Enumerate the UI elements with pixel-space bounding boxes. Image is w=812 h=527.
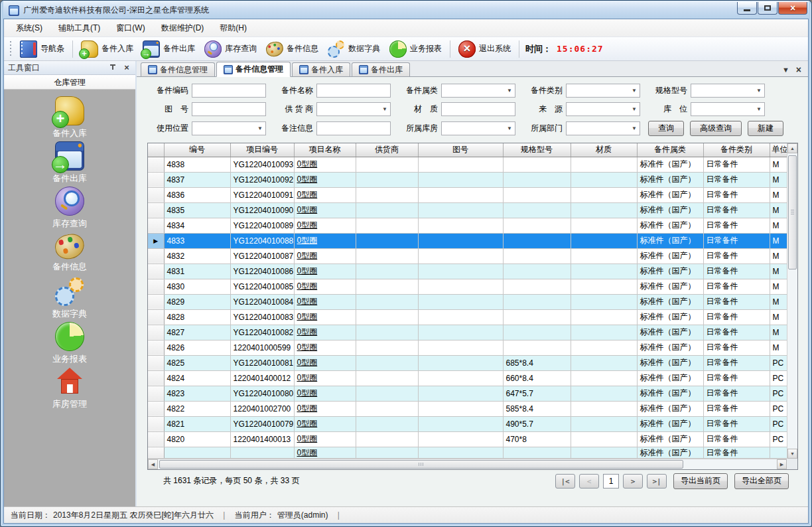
tab-备件信息管理[interactable]: 备件信息管理 [141, 62, 215, 76]
table-row[interactable]: 4837YG122040100920型圈标准件（国产）日常备件M [148, 172, 787, 187]
row-selector[interactable] [148, 248, 164, 264]
column-header[interactable]: 材质 [571, 143, 637, 157]
menu-item[interactable]: 窗口(W) [108, 20, 153, 37]
pin-icon[interactable] [109, 64, 117, 72]
sidebar-group-header[interactable]: 仓库管理 [4, 75, 135, 90]
menu-item[interactable]: 帮助(H) [212, 20, 255, 37]
horizontal-scrollbar[interactable]: ◀ ▶ [148, 459, 787, 469]
sidebar-item-parts-info[interactable]: 备件信息 [30, 232, 109, 277]
row-selector[interactable] [148, 431, 164, 447]
toolbar-button-data-dict[interactable]: 数据字典 [323, 38, 385, 60]
toolbar-button-exit[interactable]: 退出系统 [454, 38, 515, 60]
export-all-pages-button[interactable]: 导出全部页 [734, 473, 789, 489]
form-text-input[interactable] [192, 84, 266, 98]
table-row[interactable]: 4829YG122040100840型圈标准件（国产）日常备件M [148, 294, 787, 309]
query-button[interactable]: 查询 [648, 121, 684, 136]
form-text-input[interactable] [441, 102, 515, 116]
sidebar-item-parts-inbound[interactable]: 备件入库 [30, 96, 109, 141]
table-row[interactable]: 482412204014000120型圈660*8.4标准件（国产）日常备件PC [148, 370, 787, 386]
form-dropdown[interactable]: ▼ [192, 121, 266, 135]
scroll-down-icon[interactable]: ▼ [787, 449, 797, 459]
export-current-page-button[interactable]: 导出当前页 [673, 473, 728, 489]
vertical-scrollbar-thumb[interactable] [788, 155, 797, 269]
column-header[interactable]: 供货商 [356, 143, 418, 157]
row-selector[interactable] [148, 187, 164, 202]
row-selector[interactable] [148, 340, 164, 355]
table-row[interactable]: 482212204010027000型圈585*8.4标准件（国产）日常备件PC [148, 401, 787, 416]
menu-item[interactable]: 辅助工具(T) [50, 20, 108, 37]
page-number-input[interactable]: 1 [603, 474, 619, 489]
next-page-button[interactable]: > [623, 474, 643, 489]
toolbar-button-parts-inbound[interactable]: 备件入库 [76, 38, 138, 60]
column-header[interactable]: 备件属类 [637, 143, 703, 157]
tab-备件入库[interactable]: 备件入库 [292, 62, 350, 76]
tab-备件出库[interactable]: 备件出库 [352, 62, 410, 76]
form-dropdown[interactable]: ▼ [441, 121, 515, 135]
table-row[interactable]: ▶4833YG122040100880型圈标准件（国产）日常备件M [148, 233, 787, 248]
tool-window-close-icon[interactable]: × [122, 63, 131, 72]
form-dropdown[interactable]: ▼ [691, 102, 765, 116]
toolbar-grip[interactable] [9, 41, 13, 57]
row-selector[interactable] [148, 355, 164, 370]
first-page-button[interactable]: |< [555, 474, 575, 489]
table-row[interactable]: 482612204010005990型圈标准件（国产）日常备件M [148, 340, 787, 355]
row-selector[interactable] [148, 264, 164, 279]
prev-page-button[interactable]: < [579, 474, 599, 489]
table-row[interactable]: 4836YG122040100910型圈标准件（国产）日常备件M [148, 187, 787, 202]
toolbar-button-parts-info[interactable]: 备件信息 [261, 38, 323, 58]
table-row[interactable]: 4835YG122040100900型圈标准件（国产）日常备件M [148, 202, 787, 218]
sidebar-item-warehouse[interactable]: 库房管理 [30, 367, 109, 412]
form-dropdown[interactable]: ▼ [441, 84, 515, 98]
table-row[interactable]: 4830YG122040100850型圈标准件（国产）日常备件M [148, 279, 787, 294]
toolbar-button-parts-outbound[interactable]: 备件出库 [138, 38, 200, 60]
sidebar-item-data-dict[interactable]: 数据字典 [30, 277, 109, 322]
minimize-button[interactable] [737, 2, 757, 15]
table-row[interactable]: 482012204014000130型圈470*8标准件（国产）日常备件PC [148, 431, 787, 447]
scroll-left-icon[interactable]: ◀ [148, 459, 158, 469]
row-selector[interactable] [148, 157, 164, 172]
sidebar-item-inventory-query[interactable]: 库存查询 [30, 187, 109, 232]
row-selector[interactable] [148, 370, 164, 386]
tab-close-icon[interactable]: × [796, 66, 801, 74]
row-selector[interactable] [148, 416, 164, 431]
row-selector[interactable]: ▶ [148, 233, 164, 248]
row-selector[interactable] [148, 309, 164, 325]
sidebar-item-business-report[interactable]: 业务报表 [30, 322, 109, 367]
table-row[interactable]: 4828YG122040100830型圈标准件（国产）日常备件M [148, 309, 787, 325]
toolbar-button-navbar[interactable]: 导航条 [15, 38, 69, 60]
row-selector[interactable] [148, 202, 164, 218]
toolbar-button-business-report[interactable]: 业务报表 [385, 38, 446, 60]
menu-item[interactable]: 数据维护(D) [153, 20, 212, 37]
table-row[interactable]: 4827YG122040100820型圈标准件（国产）日常备件M [148, 325, 787, 340]
tab-list-dropdown-icon[interactable]: ▼ [782, 66, 789, 74]
column-header[interactable]: 编号 [164, 143, 230, 157]
form-dropdown[interactable]: ▼ [566, 84, 640, 98]
form-text-input[interactable] [316, 84, 391, 98]
form-dropdown[interactable]: ▼ [566, 102, 640, 116]
toolbar-button-inventory-query[interactable]: 库存查询 [200, 38, 261, 60]
row-selector[interactable] [148, 325, 164, 340]
row-selector[interactable] [148, 401, 164, 416]
row-selector[interactable] [148, 279, 164, 294]
advanced-query-button[interactable]: 高级查询 [690, 121, 742, 136]
row-selector[interactable] [148, 294, 164, 309]
table-row[interactable]: 4832YG122040100870型圈标准件（国产）日常备件M [148, 248, 787, 264]
column-header[interactable]: 项目编号 [230, 143, 294, 157]
form-text-input[interactable] [316, 121, 391, 135]
form-dropdown[interactable]: ▼ [316, 102, 391, 116]
table-row[interactable]: 4821YG122040100790型圈490*5.7标准件（国产）日常备件PC [148, 416, 787, 431]
scroll-right-icon[interactable]: ▶ [777, 459, 787, 469]
table-row[interactable]: 0型圈标准件（国产）日常备件 [148, 447, 787, 458]
form-dropdown[interactable]: ▼ [566, 121, 640, 135]
maximize-button[interactable] [758, 2, 778, 15]
column-header[interactable]: 图号 [418, 143, 503, 157]
menu-item[interactable]: 系统(S) [8, 20, 50, 37]
vertical-scrollbar[interactable]: ▲ ▼ [787, 143, 797, 459]
column-header[interactable]: 规格型号 [503, 143, 571, 157]
row-selector[interactable] [148, 447, 164, 458]
column-header[interactable]: 备件类别 [703, 143, 770, 157]
horizontal-scrollbar-thumb[interactable] [159, 460, 683, 469]
sidebar-item-parts-outbound[interactable]: 备件出库 [30, 141, 109, 187]
close-button[interactable]: × [778, 2, 807, 15]
table-row[interactable]: 4825YG122040100810型圈685*8.4标准件（国产）日常备件PC [148, 355, 787, 370]
